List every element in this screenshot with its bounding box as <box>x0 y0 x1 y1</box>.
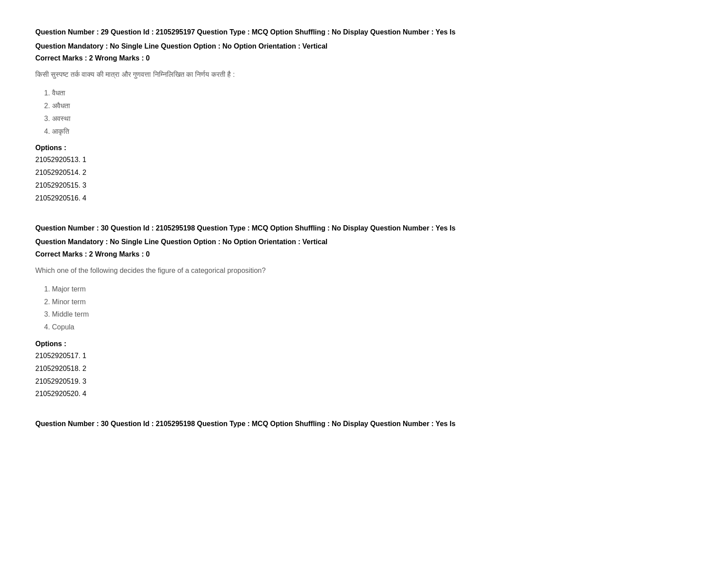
question-30a-meta-line1: Question Number : 30 Question Id : 21052… <box>35 223 693 234</box>
question-30a-option-ids: 21052920517. 1 21052920518. 2 2105292051… <box>35 350 693 401</box>
option-id-item: 21052920515. 3 <box>35 179 693 192</box>
option-id-item: 21052920518. 2 <box>35 363 693 375</box>
option-item: 2. अवैधता <box>40 100 693 113</box>
question-30b-meta-line1: Question Number : 30 Question Id : 21052… <box>35 418 693 430</box>
question-29-options: 1. वैधता 2. अवैधता 3. अवस्था 4. आकृति <box>35 87 693 138</box>
question-29-meta-line1: Question Number : 29 Question Id : 21052… <box>35 26 693 38</box>
option-id-item: 21052920514. 2 <box>35 166 693 179</box>
question-30a-text: Which one of the following decides the f… <box>35 265 693 276</box>
option-item: 4. Copula <box>40 321 693 334</box>
option-item: 2. Minor term <box>40 296 693 309</box>
question-30a-options: 1. Major term 2. Minor term 3. Middle te… <box>35 283 693 334</box>
question-30b: Question Number : 30 Question Id : 21052… <box>35 418 693 430</box>
question-30a-marks: Correct Marks : 2 Wrong Marks : 0 <box>35 250 693 258</box>
question-29-meta-line2: Question Mandatory : No Single Line Ques… <box>35 41 693 52</box>
question-29: Question Number : 29 Question Id : 21052… <box>35 26 693 205</box>
question-29-marks: Correct Marks : 2 Wrong Marks : 0 <box>35 54 693 62</box>
question-29-options-label: Options : <box>35 144 693 152</box>
option-item: 4. आकृति <box>40 125 693 138</box>
question-30a: Question Number : 30 Question Id : 21052… <box>35 223 693 401</box>
question-29-text: किसी सुस्पष्ट तर्क वाक्य की मात्रा और गु… <box>35 69 693 80</box>
option-item: 1. Major term <box>40 283 693 296</box>
question-29-option-ids: 21052920513. 1 21052920514. 2 2105292051… <box>35 154 693 204</box>
option-item: 3. अवस्था <box>40 113 693 125</box>
question-30a-options-label: Options : <box>35 340 693 348</box>
question-30a-meta-line2: Question Mandatory : No Single Line Ques… <box>35 236 693 248</box>
option-item: 1. वैधता <box>40 87 693 100</box>
option-item: 3. Middle term <box>40 308 693 321</box>
option-id-item: 21052920513. 1 <box>35 154 693 166</box>
option-id-item: 21052920520. 4 <box>35 388 693 401</box>
option-id-item: 21052920517. 1 <box>35 350 693 363</box>
option-id-item: 21052920519. 3 <box>35 375 693 388</box>
option-id-item: 21052920516. 4 <box>35 192 693 205</box>
